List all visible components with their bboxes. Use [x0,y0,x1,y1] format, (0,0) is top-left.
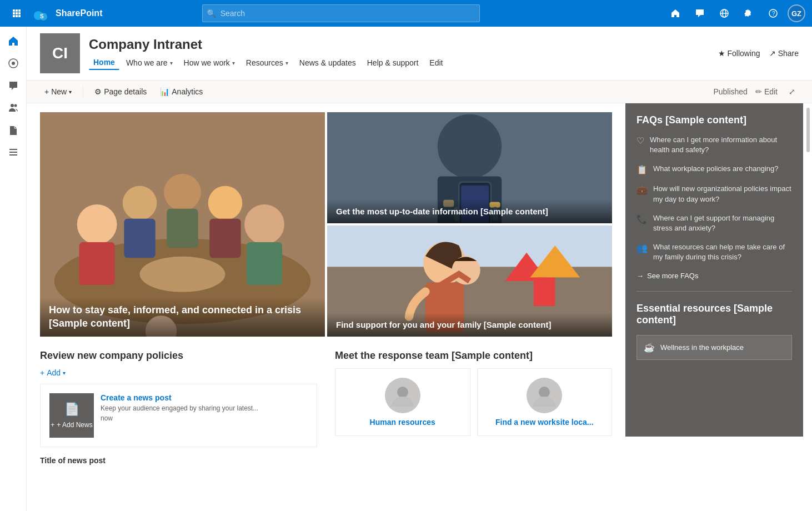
chevron-down-icon: ▾ [170,60,173,66]
hero-grid: How to stay safe, informed, and connecte… [40,112,612,337]
person-card-hr: Human resources [335,368,470,436]
news-content: Create a news post Keep your audience en… [101,393,308,422]
chat-icon[interactable] [690,3,710,23]
toolbar: + New ▾ ⚙ Page details 📊 Analytics Publi… [27,81,812,103]
faq-item-1[interactable]: ♡ Where can I get more information about… [636,135,792,155]
share-button[interactable]: ↗ Share [769,49,799,58]
svg-rect-2 [18,9,21,12]
following-button[interactable]: ★ Following [718,49,760,58]
nav-item-how-we-work[interactable]: How we work ▾ [179,56,239,69]
nav-item-news[interactable]: News & updates [295,56,360,69]
svg-rect-0 [13,9,15,12]
hero-right-top-text: Get the most up-to-date information [Sam… [327,199,612,224]
star-icon: ★ [718,49,725,58]
faq-item-3[interactable]: 💼 How will new organizational policies i… [636,184,792,204]
site-title-area: Company Intranet Home Who we are ▾ How w… [89,37,718,70]
person-avatar-worksite [527,378,562,413]
scrollbar-thumb[interactable] [806,108,810,152]
sidebar-home-icon[interactable] [3,31,23,51]
plus-icon: + [40,368,44,377]
settings-icon[interactable] [739,3,759,23]
policies-section-title: Review new company policies [40,350,317,362]
heart-icon: ♡ [636,136,644,146]
faq-item-4[interactable]: 📞 Where can I get support for managing s… [636,213,792,233]
chevron-down-icon: ▾ [63,370,66,376]
person-card-worksite: Find a new worksite loca... [477,368,613,436]
person-name-hr[interactable]: Human resources [370,418,435,427]
top-nav-right: ? GZ [665,3,805,23]
waffle-menu-icon[interactable] [7,3,27,23]
sidebar-add-icon[interactable] [3,164,23,184]
sharepoint-logo[interactable]: S [31,3,51,23]
faqs-title: FAQs [Sample content] [636,114,792,126]
expand-button[interactable]: ⤢ [785,85,799,98]
site-logo: CI [40,33,80,73]
hero-card-left[interactable]: How to stay safe, informed, and connecte… [40,112,325,337]
sidebar-people-icon[interactable] [3,98,23,118]
sidebar-activity-icon[interactable] [3,53,23,73]
svg-point-35 [244,204,284,244]
faq-item-2[interactable]: 📋 What workplace policies are changing? [636,164,792,175]
sidebar-chat-icon[interactable] [3,76,23,96]
site-header: CI Company Intranet Home Who we are ▾ Ho… [27,27,812,81]
nav-item-help[interactable]: Help & support [363,56,423,69]
svg-rect-54 [534,278,555,306]
hero-card-right-top[interactable]: Get the most up-to-date information [Sam… [327,112,612,223]
search-input[interactable] [202,4,480,22]
svg-point-19 [12,62,15,65]
new-button[interactable]: + New ▾ [40,85,76,98]
svg-point-29 [123,186,157,221]
svg-rect-4 [16,12,18,14]
person-name-worksite[interactable]: Find a new worksite loca... [495,418,594,427]
team-section: Meet the response team [Sample content] … [335,350,612,465]
hero-card-right-bottom[interactable]: Find support for you and your family [Sa… [327,226,612,337]
svg-rect-3 [13,12,15,14]
edit-page-button[interactable]: ✏ Edit [752,85,781,98]
nav-item-resources[interactable]: Resources ▾ [242,56,293,69]
essential-item-wellness[interactable]: ☕ Wellness in the workplace [636,335,792,360]
nav-item-who-we-are[interactable]: Who we are ▾ [122,56,177,69]
user-avatar[interactable]: GZ [788,4,805,22]
toolbar-right: Published ✏ Edit ⤢ [713,85,799,98]
faq-item-5[interactable]: 👥 What resources can help me take care o… [636,242,792,262]
svg-text:S: S [40,13,44,19]
news-post-title[interactable]: Create a news post [101,393,308,402]
globe-icon[interactable] [714,3,734,23]
hero-left-text: How to stay safe, informed, and connecte… [40,297,325,337]
svg-point-58 [397,387,408,398]
news-icon-box: 📄 + + Add News [49,393,94,438]
add-news-button[interactable]: + + Add News [51,421,92,429]
svg-point-21 [14,104,17,107]
svg-point-31 [164,174,201,211]
top-navigation: S SharePoint 🔍 ? GZ [0,0,812,27]
chevron-down-icon: ▾ [285,60,288,66]
analytics-button[interactable]: 📊 Analytics [156,85,207,98]
svg-rect-36 [247,242,282,285]
news-post-desc: Keep your audience engaged by sharing yo… [101,404,308,412]
svg-text:?: ? [772,11,775,17]
svg-rect-1 [16,9,18,12]
page-details-button[interactable]: ⚙ Page details [90,85,151,98]
svg-point-59 [539,387,550,398]
expand-icon: ⤢ [789,87,795,96]
right-sidebar: FAQs [Sample content] ♡ Where can I get … [625,103,803,437]
svg-rect-5 [18,12,21,14]
help-icon[interactable]: ? [763,3,783,23]
hero-right-bottom-text: Find support for you and your family [Sa… [327,313,612,337]
sidebar-files-icon[interactable] [3,120,23,140]
nav-item-home[interactable]: Home [89,56,119,70]
left-sidebar [0,27,27,511]
svg-rect-32 [167,209,198,248]
coffee-icon: ☕ [644,342,655,353]
svg-point-20 [11,104,14,107]
search-container: 🔍 [202,4,480,22]
home-icon[interactable] [665,3,685,23]
share-icon: ↗ [769,49,776,58]
page-main: How to stay safe, informed, and connecte… [27,103,625,474]
add-button[interactable]: + Add ▾ [40,368,317,377]
sidebar-list-icon[interactable] [3,142,23,162]
pencil-icon: ✏ [755,87,762,96]
site-header-actions: ★ Following ↗ Share [718,49,799,58]
nav-item-edit[interactable]: Edit [425,56,447,69]
see-more-faqs-link[interactable]: → See more FAQs [636,272,792,280]
